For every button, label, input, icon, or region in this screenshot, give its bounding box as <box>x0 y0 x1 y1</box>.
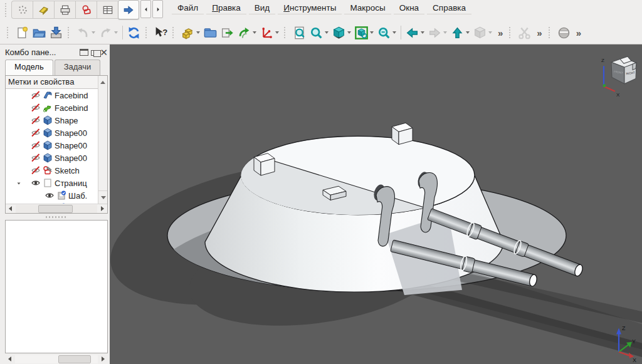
tree-scroll-up-button[interactable] <box>98 76 107 89</box>
visibility-off-icon[interactable] <box>31 153 41 163</box>
refresh-button[interactable] <box>125 24 142 41</box>
tab-model[interactable]: Модель <box>5 60 53 75</box>
overflow-chevron[interactable]: » <box>533 28 545 38</box>
redo-button[interactable] <box>97 24 120 41</box>
toolbar-drag-handle[interactable] <box>6 26 11 39</box>
panel-dock-button[interactable] <box>80 49 88 56</box>
visibility-off-icon[interactable] <box>31 103 41 113</box>
folder-open-button[interactable] <box>31 24 48 41</box>
tree-horizontal-scrollbar[interactable] <box>6 204 107 213</box>
dropdown-arrow-icon[interactable] <box>196 31 200 34</box>
panel-close-icon[interactable]: ✕ <box>100 49 108 56</box>
toolbar-drag-handle[interactable] <box>547 26 552 39</box>
undo-button[interactable] <box>75 24 97 41</box>
top-cube-right[interactable] <box>392 123 413 144</box>
tree-row[interactable] <box>6 202 98 204</box>
zoom-button[interactable] <box>308 24 330 41</box>
dropdown-arrow-icon[interactable] <box>466 31 470 34</box>
placement-button[interactable] <box>258 24 281 41</box>
arrow-left-button[interactable] <box>404 24 426 41</box>
overflow-chevron[interactable]: » <box>494 28 506 38</box>
property-horizontal-scrollbar[interactable] <box>5 354 108 364</box>
document-tab[interactable] <box>75 1 97 19</box>
parts-button[interactable] <box>179 24 202 41</box>
scissors-button[interactable] <box>516 24 533 41</box>
dropdown-arrow-icon[interactable] <box>392 31 396 34</box>
save-button[interactable] <box>48 24 65 41</box>
visibility-on-icon[interactable] <box>31 178 41 188</box>
visibility-off-icon[interactable] <box>31 165 41 175</box>
expander-caret-icon[interactable] <box>16 181 22 186</box>
toolbar-drag-handle[interactable] <box>508 26 513 39</box>
document-tab[interactable] <box>11 1 33 19</box>
panel-splitter[interactable] <box>5 214 108 220</box>
tree-row[interactable]: Shape00 <box>6 152 98 164</box>
panel-float-button[interactable] <box>91 50 97 56</box>
toolbar-drag-handle[interactable] <box>66 26 71 39</box>
menu-item-Файл[interactable]: Файл <box>172 3 204 14</box>
menu-item-Инструменты[interactable]: Инструменты <box>278 3 342 14</box>
visibility-off-icon[interactable] <box>31 128 41 138</box>
share-button[interactable] <box>236 24 258 41</box>
menu-item-Вид[interactable]: Вид <box>249 3 275 14</box>
tree-row[interactable]: Facebind <box>6 101 98 114</box>
scroll-left-button[interactable] <box>6 204 15 213</box>
document-tab[interactable] <box>118 0 139 19</box>
fit-page-button[interactable] <box>291 24 308 41</box>
cube-framed-button[interactable] <box>353 24 376 41</box>
3d-viewport[interactable]: Z X RIGHT FRONT Z <box>110 44 642 364</box>
visibility-on-icon[interactable] <box>45 190 55 200</box>
visibility-off-icon[interactable] <box>31 90 41 100</box>
tree-scroll-down-button[interactable] <box>98 190 107 204</box>
scroll-right-button[interactable] <box>98 204 107 213</box>
property-editor-empty[interactable] <box>5 220 108 353</box>
tree-row[interactable]: Shape <box>6 114 98 127</box>
menu-item-Правка[interactable]: Правка <box>206 3 246 14</box>
panel-titlebar[interactable]: Комбо пане... ✕ <box>5 46 108 59</box>
dropdown-arrow-icon[interactable] <box>325 31 329 34</box>
tree-row[interactable]: Facebind <box>6 89 98 101</box>
dropdown-arrow-icon[interactable] <box>347 31 351 34</box>
dropdown-arrow-icon[interactable] <box>421 31 424 34</box>
toolbar-drag-handle[interactable] <box>4 2 9 18</box>
tab-tasks[interactable]: Задачи <box>55 60 101 75</box>
folder-blue-button[interactable] <box>202 24 219 41</box>
dropdown-arrow-icon[interactable] <box>275 31 279 34</box>
scroll-right-button[interactable] <box>98 355 108 363</box>
magnifier-button[interactable] <box>376 24 398 41</box>
dropdown-arrow-icon[interactable] <box>488 31 492 34</box>
top-cube-left[interactable] <box>254 153 275 175</box>
arrow-right-button[interactable] <box>426 24 449 41</box>
arrow-up-button[interactable] <box>449 24 471 41</box>
document-tab[interactable] <box>33 1 54 19</box>
tree-row[interactable]: Страниц <box>6 177 98 189</box>
visibility-off-icon[interactable] <box>31 115 41 125</box>
tree-vertical-scrollbar[interactable] <box>98 89 107 204</box>
scrollbar-thumb[interactable] <box>38 205 73 213</box>
dropdown-arrow-icon[interactable] <box>253 31 256 34</box>
document-tab[interactable] <box>54 1 75 19</box>
visibility-off-icon[interactable] <box>31 140 41 150</box>
toolbar-drag-handle[interactable] <box>283 26 288 39</box>
dropdown-arrow-icon[interactable] <box>370 31 374 34</box>
dropdown-arrow-icon[interactable] <box>114 31 118 34</box>
visibility-on-icon[interactable] <box>45 203 55 204</box>
menu-item-Макросы[interactable]: Макросы <box>344 3 391 14</box>
document-tab[interactable] <box>97 1 118 19</box>
dropdown-arrow-icon[interactable] <box>443 31 447 34</box>
tree-row[interactable]: Шаб. <box>6 189 98 202</box>
tab-scroll-left-button[interactable] <box>140 0 151 18</box>
whatsthis-button[interactable] <box>152 24 169 41</box>
doc-new-button[interactable] <box>14 24 31 41</box>
tree-row[interactable]: Shape00 <box>6 139 98 152</box>
tab-scroll-right-button[interactable] <box>152 0 163 18</box>
scrollbar-thumb[interactable] <box>58 355 92 363</box>
overflow-chevron[interactable]: » <box>572 28 584 38</box>
menu-item-Справка[interactable]: Справка <box>427 3 471 14</box>
cube-teal-button[interactable] <box>330 24 353 41</box>
export-button[interactable] <box>219 24 236 41</box>
toolbar-drag-handle[interactable] <box>171 26 176 39</box>
3d-model-gun-turret[interactable] <box>110 44 642 364</box>
tree-row[interactable]: Sketch <box>6 164 98 177</box>
tree-row[interactable]: Shape00 <box>6 127 98 139</box>
